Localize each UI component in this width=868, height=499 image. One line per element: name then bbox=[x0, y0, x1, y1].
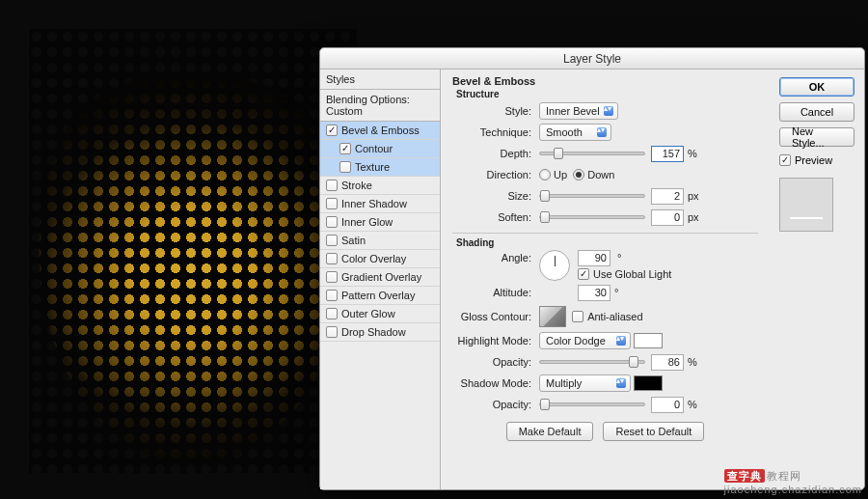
shadow-opacity-unit: % bbox=[688, 399, 697, 410]
shadow-opacity-label: Opacity: bbox=[452, 399, 539, 410]
soften-slider[interactable] bbox=[539, 215, 645, 219]
style-item-stroke[interactable]: Stroke bbox=[320, 177, 440, 195]
make-default-button[interactable]: Make Default bbox=[506, 422, 594, 441]
canvas-grille bbox=[29, 29, 357, 473]
style-checkbox[interactable] bbox=[326, 271, 338, 283]
soften-label: Soften: bbox=[452, 211, 539, 223]
size-label: Size: bbox=[452, 190, 539, 202]
shading-heading: Shading bbox=[456, 237, 758, 248]
style-item-outer-glow[interactable]: Outer Glow bbox=[320, 305, 440, 323]
style-item-label: Inner Glow bbox=[341, 216, 393, 228]
direction-label: Direction: bbox=[452, 169, 539, 180]
depth-label: Depth: bbox=[452, 148, 539, 159]
gloss-contour-label: Gloss Contour: bbox=[452, 311, 539, 322]
style-item-label: Texture bbox=[355, 161, 390, 173]
altitude-input[interactable]: 30 bbox=[578, 285, 610, 301]
angle-input[interactable]: 90 bbox=[578, 250, 610, 266]
direction-down-radio[interactable] bbox=[573, 169, 584, 180]
depth-unit: % bbox=[688, 148, 697, 159]
style-item-color-overlay[interactable]: Color Overlay bbox=[320, 250, 440, 268]
style-item-label: Satin bbox=[341, 235, 366, 246]
style-item-label: Bevel & Emboss bbox=[341, 125, 420, 136]
direction-up-label: Up bbox=[554, 169, 567, 180]
depth-input[interactable]: 157 bbox=[651, 146, 684, 162]
highlight-opacity-label: Opacity: bbox=[452, 356, 539, 368]
dialog-title: Layer Style bbox=[320, 48, 864, 69]
style-item-label: Drop Shadow bbox=[341, 326, 406, 338]
size-unit: px bbox=[688, 190, 699, 202]
style-checkbox[interactable] bbox=[326, 308, 338, 319]
style-item-label: Gradient Overlay bbox=[341, 271, 421, 283]
style-checkbox[interactable] bbox=[326, 216, 338, 228]
style-item-inner-glow[interactable]: Inner Glow bbox=[320, 213, 440, 232]
new-style-button[interactable]: New Style... bbox=[779, 127, 854, 147]
style-checkbox[interactable] bbox=[339, 143, 351, 154]
style-item-bevel-emboss[interactable]: Bevel & Emboss bbox=[320, 122, 440, 140]
style-item-drop-shadow[interactable]: Drop Shadow bbox=[320, 323, 440, 342]
ok-button[interactable]: OK bbox=[779, 77, 854, 97]
styles-header[interactable]: Styles bbox=[320, 69, 440, 90]
style-select[interactable]: Inner Bevel▴▾ bbox=[539, 102, 618, 120]
soften-unit: px bbox=[688, 211, 699, 223]
shadow-mode-select[interactable]: Multiply▴▾ bbox=[539, 374, 631, 392]
preview-checkbox[interactable] bbox=[779, 154, 791, 166]
anti-aliased-label: Anti-aliased bbox=[587, 311, 642, 322]
direction-down-label: Down bbox=[587, 169, 614, 180]
highlight-mode-label: Highlight Mode: bbox=[452, 335, 539, 347]
angle-unit: ° bbox=[617, 252, 621, 263]
style-checkbox[interactable] bbox=[326, 125, 338, 136]
style-checkbox[interactable] bbox=[326, 253, 338, 264]
soften-input[interactable]: 0 bbox=[651, 209, 684, 226]
bevel-emboss-panel: Bevel & Emboss Structure Style: Inner Be… bbox=[441, 69, 770, 489]
style-item-pattern-overlay[interactable]: Pattern Overlay bbox=[320, 287, 440, 305]
highlight-opacity-input[interactable]: 86 bbox=[651, 354, 684, 371]
highlight-mode-select[interactable]: Color Dodge▴▾ bbox=[539, 332, 631, 349]
style-item-texture[interactable]: Texture bbox=[320, 158, 440, 177]
technique-label: Technique: bbox=[452, 126, 539, 138]
technique-select[interactable]: Smooth▴▾ bbox=[539, 124, 611, 141]
use-global-light-label: Use Global Light bbox=[593, 268, 671, 280]
altitude-label: Altitude: bbox=[452, 287, 539, 298]
depth-slider[interactable] bbox=[539, 152, 645, 155]
watermark: 查字典教程网 jiaocheng.chazidian.com bbox=[724, 469, 862, 495]
style-item-label: Stroke bbox=[341, 180, 372, 191]
styles-list: Styles Blending Options: Custom Bevel & … bbox=[320, 69, 441, 489]
style-checkbox[interactable] bbox=[339, 161, 351, 173]
style-checkbox[interactable] bbox=[326, 290, 338, 301]
style-item-label: Color Overlay bbox=[341, 253, 406, 264]
shadow-opacity-slider[interactable] bbox=[539, 402, 645, 406]
blending-options-row[interactable]: Blending Options: Custom bbox=[320, 90, 440, 122]
size-input[interactable]: 2 bbox=[651, 188, 684, 205]
style-item-contour[interactable]: Contour bbox=[320, 140, 440, 158]
panel-title: Bevel & Emboss bbox=[452, 75, 758, 87]
style-checkbox[interactable] bbox=[326, 235, 338, 246]
style-checkbox[interactable] bbox=[326, 326, 338, 338]
layer-style-dialog: Layer Style Styles Blending Options: Cus… bbox=[319, 47, 865, 490]
style-label: Style: bbox=[452, 105, 539, 117]
style-checkbox[interactable] bbox=[326, 198, 338, 209]
style-checkbox[interactable] bbox=[326, 180, 338, 191]
direction-up-radio[interactable] bbox=[539, 169, 551, 180]
altitude-unit: ° bbox=[614, 287, 618, 298]
shadow-color-swatch[interactable] bbox=[634, 375, 663, 391]
style-item-gradient-overlay[interactable]: Gradient Overlay bbox=[320, 268, 440, 287]
style-item-label: Outer Glow bbox=[341, 308, 395, 319]
shadow-opacity-input[interactable]: 0 bbox=[651, 397, 684, 413]
dialog-actions: OK Cancel New Style... Preview bbox=[770, 69, 864, 489]
angle-wheel[interactable] bbox=[539, 250, 570, 281]
use-global-light-checkbox[interactable] bbox=[578, 268, 589, 280]
highlight-color-swatch[interactable] bbox=[634, 333, 663, 348]
cancel-button[interactable]: Cancel bbox=[779, 102, 854, 122]
preview-label: Preview bbox=[795, 154, 832, 166]
style-item-inner-shadow[interactable]: Inner Shadow bbox=[320, 195, 440, 213]
reset-default-button[interactable]: Reset to Default bbox=[603, 422, 704, 441]
style-item-satin[interactable]: Satin bbox=[320, 232, 440, 250]
structure-heading: Structure bbox=[456, 89, 758, 99]
style-item-label: Inner Shadow bbox=[341, 198, 407, 209]
style-item-label: Contour bbox=[355, 143, 393, 154]
anti-aliased-checkbox[interactable] bbox=[572, 311, 583, 322]
highlight-opacity-slider[interactable] bbox=[539, 360, 645, 364]
size-slider[interactable] bbox=[539, 194, 645, 198]
gloss-contour-picker[interactable] bbox=[539, 306, 566, 327]
shadow-mode-label: Shadow Mode: bbox=[452, 377, 539, 389]
